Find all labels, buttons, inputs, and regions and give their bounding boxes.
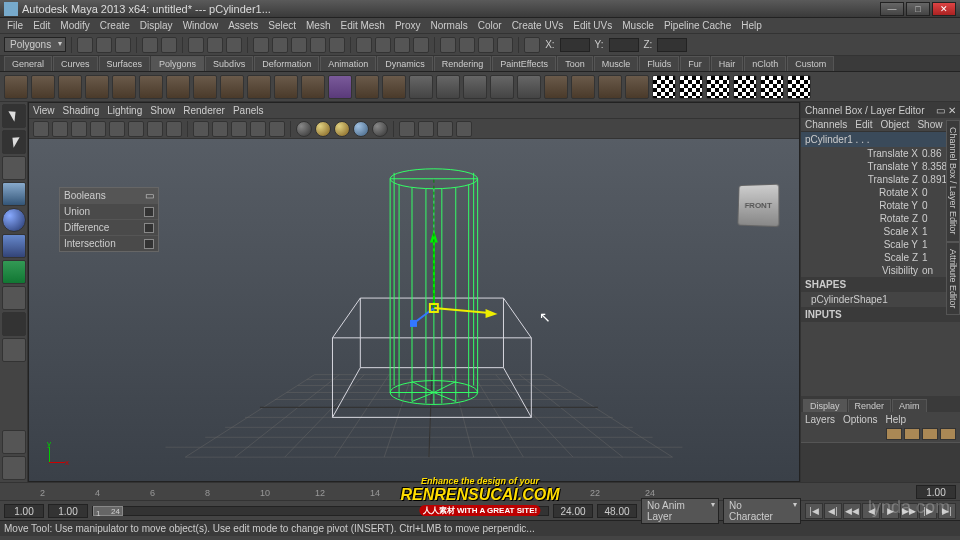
select-by-hierarchy-icon[interactable] bbox=[188, 37, 204, 53]
shelf-item-icon[interactable] bbox=[760, 75, 784, 99]
character-dropdown[interactable]: No Character bbox=[723, 498, 801, 524]
shelf-tab-general[interactable]: General bbox=[4, 56, 52, 71]
shelf-item-icon[interactable] bbox=[382, 75, 406, 99]
four-pane-layout-icon[interactable] bbox=[2, 456, 26, 480]
menu-pipeline-cache[interactable]: Pipeline Cache bbox=[659, 20, 736, 31]
shelf-tab-fluids[interactable]: Fluids bbox=[639, 56, 679, 71]
menu-help[interactable]: Help bbox=[736, 20, 767, 31]
shelf-item-icon[interactable] bbox=[112, 75, 136, 99]
attr-rotate-y[interactable]: Rotate Y0 bbox=[801, 199, 960, 212]
vp-film-gate-icon[interactable] bbox=[128, 121, 144, 137]
attr-rotate-x[interactable]: Rotate X0 bbox=[801, 186, 960, 199]
scale-tool-icon[interactable] bbox=[2, 234, 26, 258]
vp-shadows-icon[interactable] bbox=[269, 121, 285, 137]
attr-scale-x[interactable]: Scale X1 bbox=[801, 225, 960, 238]
last-tool-icon[interactable] bbox=[2, 338, 26, 362]
vp-depth-icon[interactable] bbox=[456, 121, 472, 137]
vp-viewport2-icon[interactable] bbox=[334, 121, 350, 137]
shelf-item-icon[interactable] bbox=[409, 75, 433, 99]
layer-menu-help[interactable]: Help bbox=[885, 414, 906, 425]
shelf-tab-fur[interactable]: Fur bbox=[680, 56, 710, 71]
shelf-item-icon[interactable] bbox=[625, 75, 649, 99]
view-cube[interactable]: FRONT bbox=[737, 184, 779, 227]
show-manip-icon[interactable] bbox=[2, 312, 26, 336]
layer-tab-render[interactable]: Render bbox=[848, 399, 892, 412]
side-tab-channel-box-layer-editor[interactable]: Channel Box / Layer Editor bbox=[946, 120, 960, 242]
vp-bookmark-icon[interactable] bbox=[52, 121, 68, 137]
lock-icon[interactable] bbox=[524, 37, 540, 53]
universal-manip-icon[interactable] bbox=[2, 260, 26, 284]
start-frame-input[interactable]: 1.00 bbox=[4, 504, 44, 518]
close-button[interactable]: ✕ bbox=[932, 2, 956, 16]
layer-tab-display[interactable]: Display bbox=[803, 399, 847, 412]
panel-close-icon[interactable]: ▭ ✕ bbox=[936, 105, 956, 116]
minimize-button[interactable]: — bbox=[880, 2, 904, 16]
time-ruler[interactable]: 246810121416182022241.00 bbox=[0, 482, 960, 500]
attr-rotate-z[interactable]: Rotate Z0 bbox=[801, 212, 960, 225]
snap-curve-icon[interactable] bbox=[272, 37, 288, 53]
cb-menu-edit[interactable]: Edit bbox=[855, 119, 872, 130]
menu-display[interactable]: Display bbox=[135, 20, 178, 31]
vp-menu-view[interactable]: View bbox=[33, 105, 55, 116]
script-editor-icon[interactable] bbox=[497, 37, 513, 53]
booleans-panel[interactable]: Booleans▭ UnionDifferenceIntersection bbox=[59, 187, 159, 252]
ipr-render-icon[interactable] bbox=[394, 37, 410, 53]
menu-color[interactable]: Color bbox=[473, 20, 507, 31]
snap-live-icon[interactable] bbox=[329, 37, 345, 53]
lasso-tool-icon[interactable] bbox=[2, 130, 26, 154]
coord-y-input[interactable] bbox=[609, 38, 639, 52]
menu-proxy[interactable]: Proxy bbox=[390, 20, 426, 31]
shelf-item-icon[interactable] bbox=[193, 75, 217, 99]
side-tab-attribute-editor[interactable]: Attribute Editor bbox=[946, 242, 960, 316]
shelf-item-icon[interactable] bbox=[220, 75, 244, 99]
object-name[interactable]: pCylinder1 . . . bbox=[801, 132, 960, 147]
menu-edit-uvs[interactable]: Edit UVs bbox=[568, 20, 617, 31]
cb-menu-object[interactable]: Object bbox=[881, 119, 910, 130]
hypershade-icon[interactable] bbox=[440, 37, 456, 53]
soft-mod-tool-icon[interactable] bbox=[2, 286, 26, 310]
shelf-item-icon[interactable] bbox=[139, 75, 163, 99]
shelf-tab-rendering[interactable]: Rendering bbox=[434, 56, 492, 71]
outliner-icon[interactable] bbox=[459, 37, 475, 53]
layer-menu-layers[interactable]: Layers bbox=[805, 414, 835, 425]
new-scene-icon[interactable] bbox=[77, 37, 93, 53]
range-start-input[interactable]: 1.00 bbox=[48, 504, 88, 518]
shelf-item-icon[interactable] bbox=[571, 75, 595, 99]
shelf-tab-curves[interactable]: Curves bbox=[53, 56, 98, 71]
rewind-button[interactable]: |◀ bbox=[805, 503, 823, 519]
shelf-tab-deformation[interactable]: Deformation bbox=[254, 56, 319, 71]
select-tool-icon[interactable] bbox=[2, 104, 26, 128]
vp-grid-icon[interactable] bbox=[109, 121, 125, 137]
shelf-tab-hair[interactable]: Hair bbox=[711, 56, 744, 71]
menu-set-dropdown[interactable]: Polygons bbox=[4, 37, 66, 52]
shelf-item-icon[interactable] bbox=[598, 75, 622, 99]
graph-editor-icon[interactable] bbox=[478, 37, 494, 53]
shelf-item-icon[interactable] bbox=[58, 75, 82, 99]
vp-smooth-shade-icon[interactable] bbox=[212, 121, 228, 137]
shelf-item-icon[interactable] bbox=[31, 75, 55, 99]
shelf-item-icon[interactable] bbox=[679, 75, 703, 99]
attr-translate-z[interactable]: Translate Z0.891 bbox=[801, 173, 960, 186]
shelf-tab-subdivs[interactable]: Subdivs bbox=[205, 56, 253, 71]
shelf-tab-animation[interactable]: Animation bbox=[320, 56, 376, 71]
paint-select-tool-icon[interactable] bbox=[2, 156, 26, 180]
shape-name[interactable]: pCylinderShape1 bbox=[801, 292, 960, 307]
menu-create[interactable]: Create bbox=[95, 20, 135, 31]
range-end-input[interactable]: 24.00 bbox=[553, 504, 593, 518]
layer-icon[interactable] bbox=[940, 428, 956, 440]
vp-menu-renderer[interactable]: Renderer bbox=[183, 105, 225, 116]
menu-edit-mesh[interactable]: Edit Mesh bbox=[335, 20, 389, 31]
menu-edit[interactable]: Edit bbox=[28, 20, 55, 31]
vp-highquality-icon[interactable] bbox=[315, 121, 331, 137]
vp-textured-icon[interactable] bbox=[231, 121, 247, 137]
shelf-item-icon[interactable] bbox=[733, 75, 757, 99]
vp-xray-joints-icon[interactable] bbox=[372, 121, 388, 137]
shelf-item-icon[interactable] bbox=[463, 75, 487, 99]
menu-assets[interactable]: Assets bbox=[223, 20, 263, 31]
menu-normals[interactable]: Normals bbox=[426, 20, 473, 31]
shelf-item-icon[interactable] bbox=[4, 75, 28, 99]
step-back-button[interactable]: ◀| bbox=[824, 503, 842, 519]
attr-translate-x[interactable]: Translate X0.86 bbox=[801, 147, 960, 160]
menu-select[interactable]: Select bbox=[263, 20, 301, 31]
attr-scale-z[interactable]: Scale Z1 bbox=[801, 251, 960, 264]
